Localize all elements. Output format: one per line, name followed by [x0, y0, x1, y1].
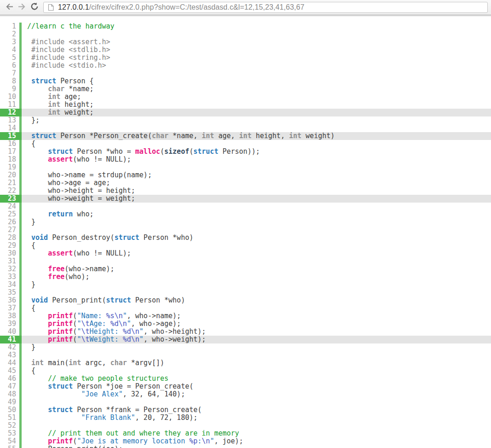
line-number[interactable]: 54	[0, 437, 22, 445]
line-number[interactable]: 2	[0, 30, 22, 38]
code-text: assert(who != NULL);	[22, 250, 131, 257]
line-number[interactable]: 17	[0, 148, 22, 156]
code-text: who->name = strdup(name);	[22, 171, 152, 179]
code-text: void Person_print(struct Person *who)	[22, 297, 185, 304]
code-text	[22, 226, 27, 234]
code-text	[22, 124, 27, 132]
back-arrow-icon	[5, 2, 14, 13]
line-number[interactable]: 37	[0, 304, 22, 312]
line-number[interactable]: 6	[0, 62, 22, 70]
code-text: {	[22, 242, 35, 250]
code-text: int weight;	[22, 109, 94, 116]
reload-button[interactable]	[28, 1, 40, 14]
line-number[interactable]: 3	[0, 38, 22, 46]
browser-toolbar: 127.0.0.1/cifrex/cifrex2.0.php?show=C:/t…	[0, 0, 491, 15]
code-line: 6 #include <stdio.h>	[0, 62, 491, 70]
code-line: 41 printf("\tWeight: %d\n", who->weight)…	[0, 336, 491, 343]
code-line: 2	[0, 30, 491, 38]
line-number[interactable]: 43	[0, 351, 22, 359]
line-number[interactable]: 30	[0, 250, 22, 257]
code-line: 43	[0, 351, 491, 359]
line-number[interactable]: 36	[0, 297, 22, 304]
line-number[interactable]: 12	[0, 109, 22, 116]
line-number[interactable]: 20	[0, 171, 22, 179]
line-number[interactable]: 38	[0, 312, 22, 320]
line-number[interactable]: 23	[0, 195, 22, 203]
code-lines: 1//learn c the hardway23 #include <asser…	[0, 23, 491, 448]
line-number[interactable]: 7	[0, 70, 22, 77]
line-number[interactable]: 22	[0, 187, 22, 195]
line-number[interactable]: 53	[0, 430, 22, 437]
line-number[interactable]: 24	[0, 203, 22, 210]
line-number[interactable]: 47	[0, 383, 22, 390]
code-line: 37 {	[0, 304, 491, 312]
code-text: Person_print(joe);	[22, 445, 123, 448]
line-number[interactable]: 21	[0, 179, 22, 187]
line-number[interactable]: 40	[0, 328, 22, 336]
code-text: struct Person *joe = Person_create(	[22, 383, 193, 390]
code-text	[22, 351, 27, 359]
back-button[interactable]	[3, 1, 16, 14]
line-number[interactable]: 14	[0, 124, 22, 132]
code-text: printf("\tAge: %d\n", who->age);	[22, 320, 181, 328]
line-number[interactable]: 32	[0, 265, 22, 273]
line-number[interactable]: 4	[0, 46, 22, 54]
line-number[interactable]: 41	[0, 336, 22, 343]
code-line: 51 "Frank Blank", 20, 72, 180);	[0, 414, 491, 422]
url-path: /cifrex/cifrex2.0.php?show=C:/test/asdas…	[89, 3, 305, 11]
line-number[interactable]: 9	[0, 85, 22, 93]
line-number[interactable]: 19	[0, 163, 22, 171]
line-number[interactable]: 13	[0, 116, 22, 124]
code-text: "Joe Alex", 32, 64, 140);	[22, 390, 185, 398]
line-number[interactable]: 49	[0, 398, 22, 406]
code-text: #include <string.h>	[22, 54, 110, 62]
address-bar[interactable]: 127.0.0.1/cifrex/cifrex2.0.php?show=C:/t…	[43, 2, 488, 13]
line-number[interactable]: 25	[0, 210, 22, 218]
line-number[interactable]: 35	[0, 289, 22, 297]
line-number[interactable]: 28	[0, 234, 22, 242]
code-line: 49	[0, 398, 491, 406]
line-number[interactable]: 48	[0, 390, 22, 398]
code-text: printf("Name: %s\n", who->name);	[22, 312, 181, 320]
forward-button[interactable]	[16, 1, 28, 14]
code-text: }	[22, 281, 35, 289]
code-text	[22, 203, 27, 210]
line-number[interactable]: 46	[0, 375, 22, 383]
code-line: 23 who->weight = weight;	[0, 195, 491, 203]
line-number[interactable]: 50	[0, 406, 22, 414]
line-number[interactable]: 27	[0, 226, 22, 234]
code-line: 42 }	[0, 343, 491, 351]
line-number[interactable]: 33	[0, 273, 22, 281]
line-number[interactable]: 10	[0, 93, 22, 101]
line-number[interactable]: 51	[0, 414, 22, 422]
line-number[interactable]: 34	[0, 281, 22, 289]
line-number[interactable]: 1	[0, 23, 22, 30]
code-line: 5 #include <string.h>	[0, 54, 491, 62]
line-number[interactable]: 15	[0, 132, 22, 140]
url-text[interactable]: 127.0.0.1/cifrex/cifrex2.0.php?show=C:/t…	[58, 3, 305, 12]
line-number[interactable]: 29	[0, 242, 22, 250]
code-line: 31	[0, 257, 491, 265]
code-text: // print them out and where they are in …	[22, 430, 239, 437]
line-number[interactable]: 42	[0, 343, 22, 351]
line-number[interactable]: 26	[0, 218, 22, 226]
code-text: };	[22, 116, 40, 124]
line-number[interactable]: 16	[0, 140, 22, 148]
line-number[interactable]: 52	[0, 422, 22, 430]
line-number[interactable]: 11	[0, 101, 22, 109]
code-text	[22, 257, 27, 265]
code-line: 32 free(who->name);	[0, 265, 491, 273]
line-number[interactable]: 8	[0, 77, 22, 85]
code-text: int main(int argc, char *argv[])	[22, 359, 164, 367]
line-number[interactable]: 44	[0, 359, 22, 367]
line-number[interactable]: 45	[0, 367, 22, 375]
line-number[interactable]: 55	[0, 445, 22, 448]
line-number[interactable]: 31	[0, 257, 22, 265]
line-number[interactable]: 39	[0, 320, 22, 328]
code-line: 27	[0, 226, 491, 234]
line-number[interactable]: 5	[0, 54, 22, 62]
line-number[interactable]: 18	[0, 156, 22, 163]
code-text: }	[22, 218, 35, 226]
code-line: 25 return who;	[0, 210, 491, 218]
code-line: 44 int main(int argc, char *argv[])	[0, 359, 491, 367]
